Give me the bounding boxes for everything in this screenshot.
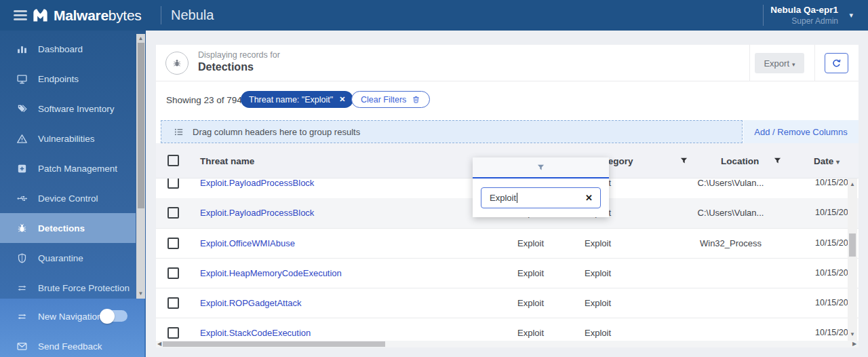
row-checkbox[interactable] xyxy=(167,238,179,249)
table-row[interactable]: Exploit.HeapMemoryCodeExecution Exploit … xyxy=(156,258,859,288)
page-subtitle: Displaying records for xyxy=(198,50,280,60)
category-cell: Exploit xyxy=(585,328,611,338)
clear-input-icon[interactable]: ✕ xyxy=(585,193,593,203)
column-header-date[interactable]: Date ▾ xyxy=(814,156,840,166)
filter-funnel-icon-location[interactable] xyxy=(773,156,782,165)
sidebar-item-quarantine[interactable]: Quarantine xyxy=(0,243,136,273)
column-filter-popup: Exploit ✕ xyxy=(473,157,609,217)
bug-icon xyxy=(16,223,28,234)
sort-descending-icon: ▾ xyxy=(836,158,840,166)
threat-name-link[interactable]: Exploit.ROPGadgetAttack xyxy=(200,298,302,308)
scroll-up-icon[interactable]: ▲ xyxy=(850,181,855,188)
sidebar-item-detections[interactable]: Detections xyxy=(0,213,136,243)
usb-icon xyxy=(16,193,28,204)
sidebar-item-endpoints[interactable]: Endpoints xyxy=(0,64,136,94)
close-icon[interactable]: ✕ xyxy=(339,95,345,104)
filter-funnel-icon[interactable] xyxy=(536,163,545,172)
sidebar-scrollbar[interactable]: ▲ ▼ xyxy=(136,34,145,299)
sidebar-item-device-control[interactable]: Device Control xyxy=(0,183,136,213)
row-checkbox[interactable] xyxy=(167,178,179,189)
plus-square-icon xyxy=(16,163,28,174)
scrollbar-thumb[interactable] xyxy=(849,233,856,257)
malwarebytes-m-icon xyxy=(31,6,50,24)
category-cell: Exploit xyxy=(585,238,611,248)
type-cell: Exploit xyxy=(517,328,544,338)
sidebar: Dashboard Endpoints Software Inventory V… xyxy=(0,31,146,357)
location-cell: Win32_Process xyxy=(678,238,783,248)
category-cell: Exploit xyxy=(585,268,611,278)
divider xyxy=(814,45,815,81)
shield-icon xyxy=(16,252,28,264)
brand-name: Malwarebytes xyxy=(54,7,141,24)
swap-arrows-icon xyxy=(16,282,28,294)
trash-icon xyxy=(412,95,420,104)
account-menu[interactable]: Nebula Qa-epr1 Super Admin xyxy=(770,5,838,26)
detections-bug-icon xyxy=(165,52,189,75)
toggle-knob xyxy=(100,309,115,324)
row-checkbox[interactable] xyxy=(167,207,179,219)
filter-popup-header xyxy=(473,157,609,178)
scroll-right-icon[interactable]: ▶ xyxy=(852,341,856,347)
chevron-down-icon[interactable]: ▾ xyxy=(849,11,853,20)
filter-chip-threat-name[interactable]: Threat name: "Exploit" ✕ xyxy=(241,91,353,108)
scroll-up-icon[interactable]: ▲ xyxy=(136,35,145,43)
threat-name-link[interactable]: Exploit.PayloadProcessBlock xyxy=(200,178,314,188)
text-cursor xyxy=(517,193,517,203)
threat-name-link[interactable]: Exploit.OfficeWMIAbuse xyxy=(200,238,295,248)
date-cell: 10/15/20 xyxy=(815,268,848,278)
threat-name-link[interactable]: Exploit.PayloadProcessBlock xyxy=(200,208,314,218)
threat-name-link[interactable]: Exploit.StackCodeExecution xyxy=(200,328,311,338)
scroll-down-icon[interactable]: ▼ xyxy=(850,331,855,338)
threat-name-link[interactable]: Exploit.HeapMemoryCodeExecution xyxy=(200,268,342,278)
filter-popup-body: Exploit ✕ xyxy=(473,178,609,217)
warning-triangle-icon xyxy=(16,133,28,145)
row-checkbox[interactable] xyxy=(167,327,179,339)
sidebar-item-new-navigation[interactable]: New Navigation xyxy=(0,304,144,328)
location-cell: C:\Users\Vulan... xyxy=(678,178,783,188)
row-checkbox[interactable] xyxy=(167,267,179,279)
divider xyxy=(161,6,161,24)
new-navigation-toggle[interactable] xyxy=(100,310,127,322)
hamburger-menu-icon[interactable] xyxy=(14,10,27,20)
table-vertical-scrollbar[interactable]: ▲ ▼ xyxy=(848,178,857,341)
record-count: Showing 23 of 794. xyxy=(166,95,245,105)
column-header-location[interactable]: Location xyxy=(721,156,759,166)
scrollbar-thumb[interactable] xyxy=(163,341,385,347)
date-cell: 10/15/20 xyxy=(815,208,848,217)
swap-arrows-icon xyxy=(16,311,28,322)
divider xyxy=(763,5,764,26)
clear-filters-button[interactable]: Clear Filters xyxy=(351,91,430,108)
table-row[interactable]: Exploit.OfficeWMIAbuse Exploit Exploit W… xyxy=(156,228,859,258)
date-cell: 10/15/20 xyxy=(815,178,848,187)
type-cell: Exploit xyxy=(517,238,544,248)
sidebar-item-dashboard[interactable]: Dashboard xyxy=(0,34,136,64)
row-checkbox[interactable] xyxy=(167,297,179,309)
account-name: Nebula Qa-epr1 xyxy=(770,5,838,16)
add-remove-columns-link[interactable]: Add / Remove Columns xyxy=(743,120,859,143)
column-header-threat-name[interactable]: Threat name xyxy=(200,156,254,166)
sidebar-bottom-section: New Navigation Send Feedback xyxy=(0,299,144,357)
chevron-down-icon: ▾ xyxy=(792,61,795,68)
scroll-left-icon[interactable]: ◀ xyxy=(157,341,161,347)
monitor-icon xyxy=(16,73,28,85)
refresh-button[interactable] xyxy=(825,53,848,73)
account-role: Super Admin xyxy=(770,16,838,26)
filter-funnel-icon-category[interactable] xyxy=(679,156,688,165)
sidebar-item-vulnerabilities[interactable]: Vulnerabilities xyxy=(0,124,136,153)
sidebar-item-patch-management[interactable]: Patch Management xyxy=(0,153,136,183)
divider xyxy=(749,45,750,81)
group-drop-zone[interactable]: Drag column headers here to group result… xyxy=(161,120,743,143)
filter-input[interactable]: Exploit ✕ xyxy=(481,187,601,208)
scrollbar-thumb[interactable] xyxy=(138,43,144,208)
sidebar-item-send-feedback[interactable]: Send Feedback xyxy=(0,334,144,357)
table-horizontal-scrollbar[interactable]: ◀ ▶ xyxy=(156,341,859,347)
product-name: Nebula xyxy=(171,7,214,23)
table-row[interactable]: Exploit.ROPGadgetAttack Exploit Exploit … xyxy=(156,288,859,318)
select-all-checkbox[interactable] xyxy=(167,155,179,166)
export-button[interactable]: Export▾ xyxy=(755,53,804,73)
refresh-icon xyxy=(831,58,842,69)
sidebar-item-software-inventory[interactable]: Software Inventory xyxy=(0,94,136,124)
location-cell: C:\Users\Vulan... xyxy=(678,208,783,218)
scroll-down-icon[interactable]: ▼ xyxy=(136,290,145,298)
table-row[interactable]: Exploit.StackCodeExecution Exploit Explo… xyxy=(156,318,859,341)
